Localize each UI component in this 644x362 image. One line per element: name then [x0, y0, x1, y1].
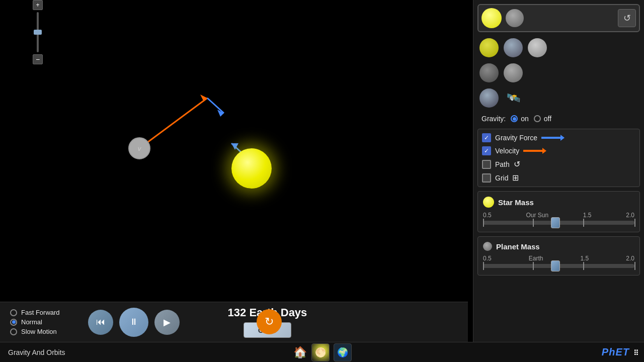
- gravity-on-radio[interactable]: [511, 115, 518, 122]
- selected-bodies-row: [481, 8, 524, 28]
- star-mass-track[interactable]: [483, 221, 634, 225]
- zoom-in-button[interactable]: +: [33, 0, 43, 10]
- planet-mass-track[interactable]: [483, 264, 634, 268]
- grid-icon: ⊞: [512, 173, 519, 183]
- forward-button[interactable]: ▶: [154, 310, 180, 335]
- svg-line-2: [207, 98, 224, 113]
- speed-normal[interactable]: Normal: [10, 318, 60, 326]
- path-label: Path: [495, 160, 510, 168]
- star-mass-min: 0.5: [483, 212, 492, 219]
- footer-icons: 🏠 🌕 🌍: [292, 343, 352, 361]
- star-mass-mid: Our Sun: [526, 212, 548, 219]
- selected-star-icon[interactable]: [481, 8, 502, 28]
- grid-checkbox[interactable]: [482, 173, 491, 183]
- rewind-button[interactable]: ⏮: [88, 310, 113, 335]
- grid-row: Grid ⊞: [482, 173, 635, 183]
- speed-fast-forward[interactable]: Fast Forward: [10, 309, 60, 316]
- planet-mass-title: Planet Mass: [496, 242, 540, 251]
- refresh-button[interactable]: ↻: [257, 309, 282, 334]
- slow-motion-radio[interactable]: [10, 328, 17, 335]
- normal-label: Normal: [21, 318, 42, 326]
- body-options-row-1: [477, 36, 640, 59]
- gravity-force-row: ✓ Gravity Force: [482, 133, 635, 142]
- speed-controls: Fast Forward Normal Slow Motion: [10, 309, 60, 335]
- path-checkbox[interactable]: [482, 160, 491, 169]
- planet-mass-mid: Earth: [529, 255, 543, 262]
- zoom-thumb[interactable]: [34, 30, 42, 35]
- zoom-track: [37, 12, 39, 52]
- velocity-checkbox[interactable]: ✓: [482, 146, 491, 155]
- svg-marker-1: [200, 95, 207, 102]
- planet-mass-max1: 1.5: [581, 255, 589, 262]
- body-options-row-2: [477, 61, 640, 84]
- star-mass-header: Star Mass: [483, 197, 634, 208]
- body-selector: ↺: [477, 4, 640, 32]
- planet-body[interactable]: v: [128, 137, 150, 159]
- gravity-off-group[interactable]: off: [534, 115, 551, 123]
- gravity-label: Gravity:: [481, 115, 506, 123]
- bottom-section: Fast Forward Normal Slow Motion ⏮ ⏸ ▶ 13…: [0, 302, 468, 342]
- body-option-moon[interactable]: [479, 88, 499, 108]
- star-body[interactable]: [231, 148, 272, 189]
- gravity-on-label: on: [521, 115, 529, 123]
- svg-marker-5: [231, 143, 238, 150]
- app-footer: Gravity And Orbits 🏠 🌕 🌍 PhET ⠿: [0, 342, 644, 362]
- body-reset-button[interactable]: ↺: [618, 9, 636, 27]
- planet-v-label: v: [138, 145, 141, 152]
- planet-mass-thumb[interactable]: [551, 260, 560, 272]
- body-option-satellite[interactable]: 🛰️: [504, 88, 523, 108]
- star-mass-max2: 2.0: [626, 212, 634, 219]
- phet-logo: PhET ⠿: [602, 346, 639, 358]
- body-options-row-3: 🛰️: [477, 86, 640, 110]
- planet-mass-icon: [483, 242, 492, 251]
- pause-button[interactable]: ⏸: [119, 308, 148, 337]
- star-mass-max1: 1.5: [583, 212, 592, 219]
- planet-mass-min: 0.5: [483, 255, 492, 262]
- normal-radio[interactable]: [10, 319, 17, 326]
- home-button[interactable]: 🏠: [292, 345, 307, 360]
- checkboxes-panel: ✓ Gravity Force ✓ Velocity Path ↺ Grid ⊞: [477, 129, 640, 187]
- simulation-area: + − v: [0, 0, 468, 342]
- fast-forward-radio[interactable]: [10, 309, 17, 316]
- planet-mass-header: Planet Mass: [483, 242, 634, 251]
- zoom-out-button[interactable]: −: [33, 54, 43, 64]
- gravity-toggle: Gravity: on off: [477, 112, 640, 126]
- svg-marker-3: [217, 110, 224, 117]
- star-mass-thumb[interactable]: [551, 217, 560, 228]
- gravity-force-label: Gravity Force: [495, 134, 537, 142]
- body-option-gray1[interactable]: [504, 38, 523, 57]
- gravity-off-radio[interactable]: [534, 115, 541, 122]
- zoom-controls: + −: [30, 0, 45, 80]
- velocity-arrow-icon: [523, 150, 543, 152]
- planet-mass-max2: 2.0: [626, 255, 634, 262]
- gravity-force-checkbox[interactable]: ✓: [482, 133, 491, 142]
- star-mass-title: Star Mass: [498, 198, 534, 207]
- gravity-force-arrow-icon: [541, 137, 561, 139]
- footer-icon-earth-moon[interactable]: 🌍: [334, 343, 352, 361]
- body-option-gray2[interactable]: [528, 38, 547, 57]
- grid-label: Grid: [495, 174, 508, 182]
- speed-slow-motion[interactable]: Slow Motion: [10, 328, 60, 335]
- star-mass-section: Star Mass 0.5 Our Sun 1.5 2.0: [477, 191, 640, 232]
- body-option-gray4[interactable]: [504, 63, 523, 82]
- path-row: Path ↺: [482, 159, 635, 169]
- gravity-on-group[interactable]: on: [511, 115, 529, 123]
- body-option-yellow-small[interactable]: [479, 38, 499, 57]
- playback-controls: ⏮ ⏸ ▶: [88, 308, 180, 337]
- gravity-off-label: off: [544, 115, 551, 123]
- velocity-row: ✓ Velocity: [482, 146, 635, 155]
- svg-line-0: [139, 98, 207, 148]
- fast-forward-label: Fast Forward: [21, 309, 60, 316]
- slow-motion-label: Slow Motion: [21, 328, 57, 335]
- path-icon: ↺: [514, 159, 520, 169]
- right-panel: ↺ 🛰️ Gravity: on off ✓: [473, 0, 644, 342]
- body-option-gray3[interactable]: [479, 63, 499, 82]
- selected-planet-icon[interactable]: [506, 9, 524, 27]
- planet-mass-section: Planet Mass 0.5 Earth 1.5 2.0: [477, 236, 640, 276]
- star-mass-icon: [483, 197, 494, 208]
- footer-icon-star-planet[interactable]: 🌕: [311, 343, 330, 361]
- velocity-label: Velocity: [495, 147, 519, 155]
- app-title: Gravity And Orbits: [8, 348, 65, 356]
